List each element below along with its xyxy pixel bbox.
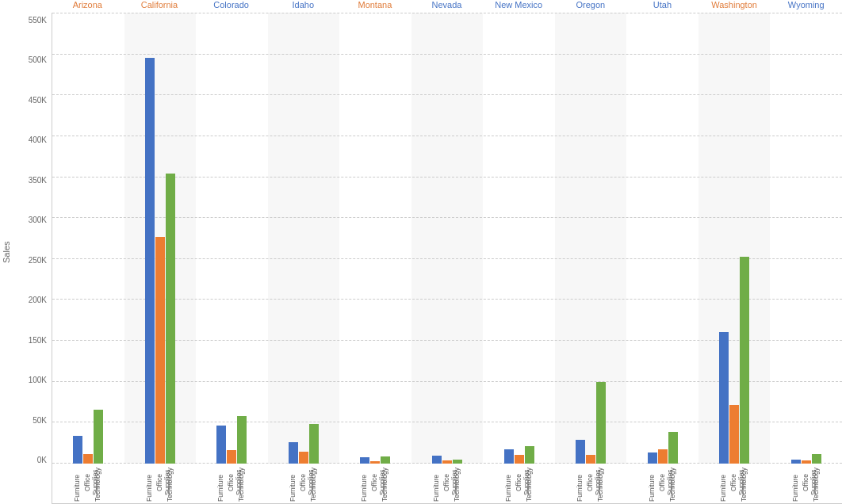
state-header-idaho: Idaho (267, 0, 339, 13)
bars-row (126, 58, 195, 464)
bar-office-supplies (155, 237, 165, 464)
y-tick: 300K (29, 216, 47, 224)
state-header-arizona: Arizona (52, 0, 124, 13)
state-group-montana (339, 13, 411, 464)
bars-row (270, 424, 339, 464)
bar-office-supplies (658, 449, 668, 464)
x-label-group: FurnitureOffice SuppliesTechnology (339, 464, 411, 503)
x-label-office-supplies: Office Supplies (586, 464, 595, 503)
x-label-group: FurnitureOffice SuppliesTechnology (626, 464, 698, 503)
y-tick: 450K (29, 97, 47, 105)
state-group-arizona (52, 13, 124, 464)
y-tick: 550K (29, 17, 47, 25)
x-label-group: FurnitureOffice SuppliesTechnology (124, 464, 197, 503)
chart-inner: ArizonaCaliforniaColoradoIdahoMontanaNev… (16, 0, 842, 504)
x-label-furniture: Furniture (73, 464, 82, 503)
bar-technology (94, 410, 103, 464)
plot-area: 550K500K450K400K350K300K250K200K150K100K… (16, 13, 842, 504)
bars-area: FurnitureOffice SuppliesTechnologyFurnit… (52, 13, 842, 504)
bar-technology (309, 424, 319, 464)
x-label-furniture: Furniture (216, 464, 226, 503)
state-header-montana: Montana (339, 0, 411, 13)
bars-row (700, 257, 769, 464)
chart-container: Sales ArizonaCaliforniaColoradoIdahoMont… (0, 0, 842, 504)
x-label-technology: Technology (381, 464, 390, 503)
x-label-technology: Technology (812, 464, 821, 503)
state-header-oregon: Oregon (554, 0, 626, 13)
y-tick: 150K (29, 337, 47, 345)
bar-furniture (145, 58, 155, 464)
bars-row (54, 410, 123, 464)
y-tick: 400K (29, 136, 47, 144)
x-label-technology: Technology (309, 464, 319, 503)
x-label-furniture: Furniture (719, 464, 729, 503)
bar-furniture (360, 457, 369, 464)
state-group-new-mexico (483, 13, 555, 464)
state-group-colorado (196, 13, 268, 464)
bar-furniture (289, 442, 298, 464)
x-label-furniture: Furniture (432, 464, 442, 503)
x-label-group: FurnitureOffice SuppliesTechnology (268, 464, 340, 503)
y-tick: 200K (29, 296, 47, 304)
x-label-office-supplies: Office Supplies (658, 464, 668, 503)
x-labels: FurnitureOffice SuppliesTechnologyFurnit… (52, 464, 842, 503)
bar-furniture (432, 456, 442, 464)
x-label-furniture: Furniture (576, 464, 585, 503)
bar-furniture (216, 426, 226, 464)
x-label-office-supplies: Office Supplies (83, 464, 93, 503)
state-header-nevada: Nevada (411, 0, 483, 13)
bar-furniture (504, 449, 514, 464)
y-axis: 550K500K450K400K350K300K250K200K150K100K… (16, 13, 52, 504)
bar-furniture (719, 332, 729, 464)
x-label-technology: Technology (453, 464, 462, 503)
x-label-furniture: Furniture (504, 464, 514, 503)
bar-technology (166, 174, 175, 464)
y-tick: 100K (29, 376, 47, 384)
y-tick: 500K (29, 56, 47, 64)
x-label-group: FurnitureOffice SuppliesTechnology (770, 464, 842, 503)
state-header-utah: Utah (626, 0, 698, 13)
x-label-furniture: Furniture (289, 464, 298, 503)
bar-office-supplies (83, 454, 93, 464)
bars-row (413, 456, 482, 464)
states-bars (52, 13, 842, 464)
state-header-washington: Washington (698, 0, 771, 13)
x-label-office-supplies: Office Supplies (299, 464, 308, 503)
state-header-colorado: Colorado (195, 0, 267, 13)
bar-technology (812, 454, 821, 464)
x-label-office-supplies: Office Supplies (227, 464, 236, 503)
bars-row (341, 456, 410, 464)
y-tick: 250K (29, 257, 47, 265)
y-tick: 350K (29, 177, 47, 185)
state-group-utah (626, 13, 698, 464)
x-label-technology: Technology (596, 464, 606, 503)
y-tick: 50K (33, 417, 47, 425)
state-group-oregon (555, 13, 627, 464)
bars-row (628, 432, 697, 464)
state-header-wyoming: Wyoming (770, 0, 842, 13)
x-label-office-supplies: Office Supplies (515, 464, 524, 503)
x-label-furniture: Furniture (648, 464, 657, 503)
bars-row (484, 446, 553, 464)
bar-office-supplies (729, 405, 739, 464)
bar-technology (740, 257, 749, 464)
x-label-technology: Technology (525, 464, 534, 503)
x-label-technology: Technology (668, 464, 678, 503)
state-group-california (124, 13, 197, 464)
bar-office-supplies (515, 455, 524, 464)
x-label-group: FurnitureOffice SuppliesTechnology (411, 464, 484, 503)
x-label-office-supplies: Office Supplies (370, 464, 380, 503)
bar-technology (668, 432, 678, 464)
x-label-furniture: Furniture (145, 464, 155, 503)
bars-row (197, 416, 266, 464)
bar-office-supplies (299, 452, 308, 464)
state-headers: ArizonaCaliforniaColoradoIdahoMontanaNev… (52, 0, 842, 13)
bar-furniture (73, 436, 82, 464)
bar-technology (237, 416, 247, 464)
y-tick: 0K (37, 456, 47, 464)
x-label-group: FurnitureOffice SuppliesTechnology (698, 464, 771, 503)
bars-row (557, 382, 626, 464)
x-label-office-supplies: Office Supplies (729, 464, 739, 503)
x-label-group: FurnitureOffice SuppliesTechnology (483, 464, 555, 503)
x-label-technology: Technology (740, 464, 749, 503)
